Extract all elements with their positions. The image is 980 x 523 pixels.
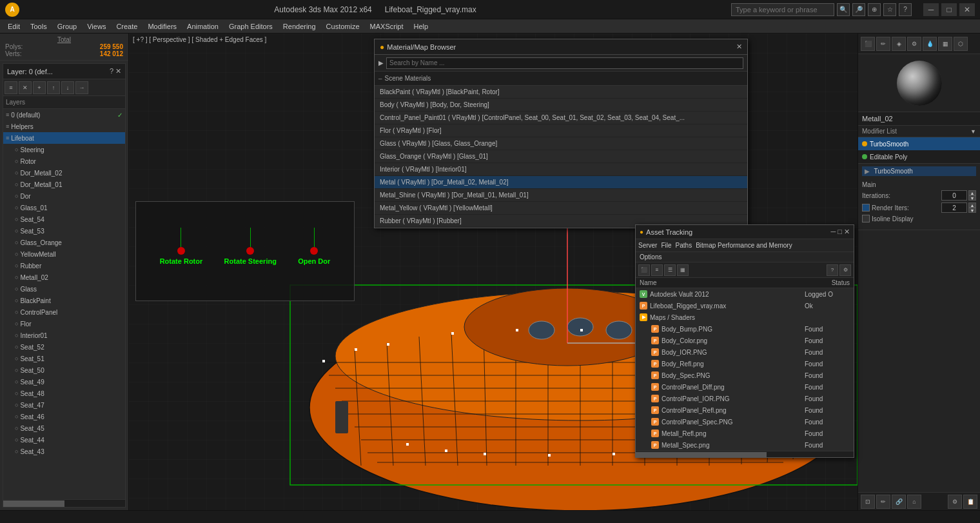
mat-section-header[interactable]: – Scene Materials — [375, 72, 747, 86]
layer-item[interactable]: ○ControlPanel — [3, 306, 125, 318]
layer-item[interactable]: ○Seat_52 — [3, 341, 125, 353]
asset-list-item[interactable]: PControlPanel_Diff.pngFound — [636, 381, 854, 393]
minimize-button[interactable]: ─ — [923, 3, 939, 16]
asset-tb-1[interactable]: ⬛ — [638, 264, 650, 276]
layer-item[interactable]: ○Seat_45 — [3, 422, 125, 434]
asset-h-scroll-thumb[interactable] — [636, 452, 767, 457]
menu-graph-editors[interactable]: Graph Editors — [224, 19, 278, 34]
layers-delete-btn[interactable]: ✕ — [19, 81, 32, 94]
menu-group[interactable]: Group — [52, 19, 83, 34]
menu-animation[interactable]: Animation — [182, 19, 224, 34]
asset-list-item[interactable]: ▶Maps / Shaders — [636, 311, 854, 323]
mod-icon-6[interactable]: ▦ — [938, 37, 952, 51]
layers-h-scroll-thumb[interactable] — [3, 500, 64, 507]
layers-list[interactable]: ≡0 (default)✓≡Helpers≡Lifeboat○Steering○… — [3, 109, 125, 499]
asset-menu-file[interactable]: File — [661, 242, 671, 249]
asset-tb-4[interactable]: ▦ — [677, 264, 689, 276]
layer-item[interactable]: ○Steering — [3, 144, 125, 155]
layers-up-btn[interactable]: ↑ — [47, 81, 60, 94]
layer-item[interactable]: ○Seat_47 — [3, 399, 125, 411]
layer-item[interactable]: ○Seat_50 — [3, 364, 125, 376]
layer-item[interactable]: ○YellowMetall — [3, 248, 125, 260]
tb-icon-1[interactable]: ⊡ — [861, 495, 875, 509]
layer-item[interactable]: ○BlackPaint — [3, 295, 125, 306]
mod-icon-7[interactable]: ⬡ — [954, 37, 968, 51]
asset-scrollbar[interactable] — [636, 451, 854, 457]
mod-icon-3[interactable]: ◈ — [892, 37, 906, 51]
mat-list-item[interactable]: BlackPaint ( VRayMtl ) [BlackPaint, Roto… — [375, 86, 747, 99]
mat-list-item[interactable]: Control_Panel_Paint01 ( VRayMtl ) [Contr… — [375, 112, 747, 124]
menu-modifiers[interactable]: Modifiers — [142, 19, 182, 34]
rotate-steering-btn[interactable]: Rotate Steering — [224, 228, 277, 265]
layers-right-btn[interactable]: → — [75, 81, 88, 94]
mat-list-item[interactable]: Metal_Yellow ( VRayMtl ) [YellowMetall] — [375, 202, 747, 215]
asset-menu-bitmap[interactable]: Bitmap Performance and Memory — [696, 242, 792, 249]
render-iters-down[interactable]: ▼ — [968, 208, 976, 213]
layers-horizontal-scrollbar[interactable] — [3, 499, 125, 507]
search-input[interactable] — [731, 3, 834, 16]
layer-item[interactable]: ○Dor — [3, 190, 125, 202]
asset-menu-options[interactable]: Options — [640, 253, 662, 261]
mod-icon-2[interactable]: ✏ — [876, 37, 890, 51]
tb-icon-4[interactable]: ⌂ — [907, 495, 921, 509]
mat-search-input[interactable] — [386, 57, 743, 69]
asset-list-item[interactable]: VAutodesk Vault 2012Logged O — [636, 288, 854, 300]
render-iters-up[interactable]: ▲ — [968, 202, 976, 208]
mat-list-item[interactable]: Interior ( VRayMtl ) [Interior01] — [375, 163, 747, 176]
render-iters-checkbox[interactable] — [862, 204, 870, 212]
layers-close-btn[interactable]: ✕ — [115, 67, 121, 75]
maximize-button[interactable]: □ — [941, 3, 957, 16]
asset-list-item[interactable]: PControlPanel_IOR.PNGFound — [636, 393, 854, 404]
asset-list-item[interactable]: PLifeboat_Rigged_vray.maxOk — [636, 300, 854, 311]
rotate-rotor-btn[interactable]: Rotate Rotor — [160, 228, 203, 265]
menu-tools[interactable]: Tools — [25, 19, 52, 34]
mat-list-item[interactable]: Glass_Orange ( VRayMtl ) [Glass_01] — [375, 150, 747, 163]
modifier-editpoly[interactable]: Editable Poly — [858, 150, 980, 163]
mat-list-item[interactable]: Glass ( VRayMtl ) [Glass, Glass_Orange] — [375, 137, 747, 150]
render-iters-input[interactable] — [941, 202, 967, 213]
layer-item[interactable]: ○Glass_01 — [3, 202, 125, 213]
asset-tb-3[interactable]: ☰ — [664, 264, 676, 276]
star-icon[interactable]: ☆ — [883, 3, 896, 16]
help-icon[interactable]: ? — [899, 3, 912, 16]
menu-help[interactable]: Help — [409, 19, 434, 34]
layer-item[interactable]: ○Glass_Orange — [3, 237, 125, 248]
layer-item[interactable]: ≡0 (default)✓ — [3, 109, 125, 121]
layer-item[interactable]: ○Seat_49 — [3, 376, 125, 388]
layers-menu-btn[interactable]: ≡ — [5, 81, 17, 94]
asset-list[interactable]: VAutodesk Vault 2012Logged OPLifeboat_Ri… — [636, 288, 854, 451]
tb-icon-2[interactable]: ✏ — [876, 495, 890, 509]
asset-maximize-btn[interactable]: □ — [838, 228, 842, 236]
asset-menu-server[interactable]: Server — [638, 242, 657, 249]
mod-icon-1[interactable]: ⬛ — [861, 37, 875, 51]
layer-item[interactable]: ○Seat_51 — [3, 353, 125, 364]
layer-item[interactable]: ○Metall_02 — [3, 271, 125, 283]
asset-list-item[interactable]: PBody_IOR.PNGFound — [636, 346, 854, 358]
zoom-icon[interactable]: 🔎 — [852, 3, 865, 16]
menu-edit[interactable]: Edit — [3, 19, 25, 34]
tb-icon-6[interactable]: 📋 — [963, 495, 977, 509]
asset-list-item[interactable]: PBody_Spec.PNGFound — [636, 370, 854, 381]
layer-item[interactable]: ≡Helpers — [3, 121, 125, 132]
asset-list-item[interactable]: PMetall_Refl.pngFound — [636, 428, 854, 439]
menu-views[interactable]: Views — [82, 19, 111, 34]
layer-item[interactable]: ○Rubber — [3, 260, 125, 271]
mat-browser-close[interactable]: ✕ — [736, 43, 742, 51]
menu-rendering[interactable]: Rendering — [278, 19, 321, 34]
mat-list-item[interactable]: Metal ( VRayMtl ) [Dor_Metall_02, Metall… — [375, 176, 747, 189]
iterations-down[interactable]: ▼ — [968, 195, 976, 201]
tb-icon-5[interactable]: ⚙ — [948, 495, 962, 509]
layer-item[interactable]: ○Rotor — [3, 155, 125, 167]
search-icon[interactable]: 🔍 — [837, 3, 850, 16]
mat-list-item[interactable]: Body ( VRayMtl ) [Body, Dor, Steering] — [375, 99, 747, 112]
layer-item[interactable]: ○Seat_48 — [3, 388, 125, 399]
tb-icon-3[interactable]: 🔗 — [892, 495, 906, 509]
asset-list-item[interactable]: PMetall_Spec.pngFound — [636, 439, 854, 451]
close-button[interactable]: ✕ — [959, 3, 975, 16]
menu-customize[interactable]: Customize — [321, 19, 365, 34]
layers-add-btn[interactable]: + — [33, 81, 46, 94]
isoline-checkbox[interactable] — [862, 215, 870, 222]
layers-down-btn[interactable]: ↓ — [61, 81, 74, 94]
layer-item[interactable]: ○Seat_43 — [3, 446, 125, 457]
asset-tb-2[interactable]: ≡ — [651, 264, 663, 276]
